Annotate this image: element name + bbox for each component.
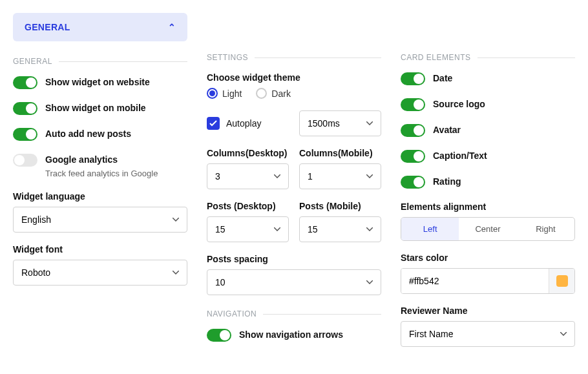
widget-language-select[interactable]: English [13, 207, 187, 233]
seg-center[interactable]: Center [459, 218, 516, 240]
cols-mobile-label: Columns(Mobile) [299, 148, 381, 158]
posts-desktop-label: Posts (Desktop) [207, 201, 289, 211]
toggle-nav-arrows[interactable] [207, 329, 231, 342]
widget-font-select[interactable]: Roboto [13, 260, 187, 286]
spacing-label: Posts spacing [207, 254, 381, 264]
reviewer-name-select[interactable]: First Name [401, 321, 575, 347]
color-swatch-icon [556, 275, 568, 287]
toggle-source-logo[interactable] [401, 98, 425, 111]
toggle-label: Date [433, 73, 452, 83]
toggle-label: Show widget on mobile [45, 103, 146, 113]
accordion-general[interactable]: GENERAL ⌃ [13, 13, 187, 41]
section-settings-title: SETTINGS [207, 53, 248, 62]
toggle-desc: Track feed analytics in Google [45, 169, 158, 178]
divider [478, 57, 575, 58]
alignment-label: Elements alignment [401, 202, 575, 212]
color-swatch-button[interactable] [549, 269, 574, 293]
posts-mobile-select[interactable]: 15 [299, 216, 381, 242]
autoplay-label: Autoplay [226, 118, 261, 129]
toggle-caption[interactable] [401, 150, 425, 163]
radio-light[interactable]: Light [207, 88, 242, 99]
posts-mobile-label: Posts (Mobile) [299, 201, 381, 211]
cols-mobile-select[interactable]: 1 [299, 163, 381, 189]
radio-light-label: Light [222, 88, 242, 99]
posts-desktop-select[interactable]: 15 [207, 216, 289, 242]
toggle-label: Rating [433, 176, 461, 187]
toggle-label: Avatar [433, 125, 461, 135]
cols-desktop-select[interactable]: 3 [207, 163, 289, 189]
seg-left[interactable]: Left [401, 218, 459, 240]
autoplay-checkbox[interactable] [207, 117, 220, 130]
reviewer-name-label: Reviewer Name [401, 306, 575, 316]
divider [59, 61, 187, 62]
divider [263, 314, 381, 315]
autoplay-select[interactable]: 1500ms [299, 110, 381, 136]
toggle-date[interactable] [401, 72, 425, 85]
radio-icon [256, 88, 267, 99]
seg-right[interactable]: Right [517, 218, 574, 240]
toggle-label: Caption/Text [433, 151, 487, 161]
toggle-auto-add-posts[interactable] [13, 128, 37, 141]
section-card-elements-title: CARD ELEMENTS [401, 53, 471, 62]
radio-dark-label: Dark [271, 88, 291, 99]
toggle-google-analytics[interactable] [13, 154, 37, 167]
stars-color-label: Stars color [401, 253, 575, 263]
widget-language-label: Widget language [13, 191, 187, 202]
stars-color-input[interactable] [401, 269, 549, 293]
section-navigation-title: NAVIGATION [207, 309, 257, 318]
toggle-show-on-website[interactable] [13, 76, 37, 89]
accordion-title: GENERAL [25, 22, 70, 32]
toggle-label: Show widget on website [45, 77, 150, 87]
toggle-rating[interactable] [401, 176, 425, 189]
radio-dark[interactable]: Dark [256, 88, 291, 99]
radio-icon [207, 88, 218, 99]
theme-label: Choose widget theme [207, 72, 381, 83]
check-icon [209, 120, 217, 127]
toggle-avatar[interactable] [401, 124, 425, 137]
section-general-title: GENERAL [13, 57, 52, 66]
toggle-label: Auto add new posts [45, 129, 131, 139]
toggle-show-on-mobile[interactable] [13, 102, 37, 115]
spacing-select[interactable]: 10 [207, 269, 381, 295]
alignment-segmented: Left Center Right [401, 217, 575, 241]
toggle-label: Show navigation arrows [239, 329, 343, 340]
chevron-up-icon: ⌃ [168, 22, 176, 32]
toggle-label: Source logo [433, 99, 485, 109]
divider [255, 57, 381, 58]
widget-font-label: Widget font [13, 244, 187, 255]
toggle-label: Google analytics [45, 154, 158, 165]
cols-desktop-label: Columns(Desktop) [207, 148, 289, 158]
